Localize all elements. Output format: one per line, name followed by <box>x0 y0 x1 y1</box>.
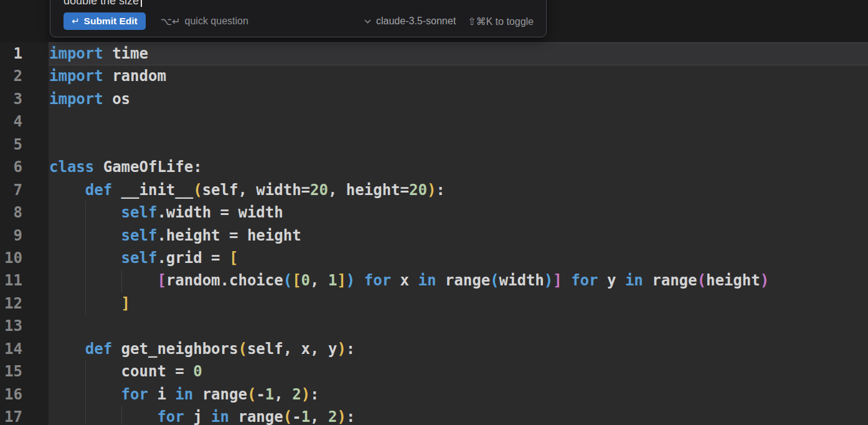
code-token: ( <box>247 386 256 403</box>
code-token <box>49 386 121 403</box>
line-number: 17 <box>0 406 49 425</box>
code-token: 2 <box>328 408 337 425</box>
line-number: 12 <box>0 292 49 315</box>
code-token: i <box>148 386 175 403</box>
code-token: ) <box>337 340 346 358</box>
code-token: [ <box>229 249 238 267</box>
code-token: ) <box>337 408 346 425</box>
edit-instruction-input[interactable]: double the size <box>64 0 142 7</box>
code-token: : <box>346 408 355 425</box>
code-line[interactable]: import random <box>49 65 868 87</box>
code-line[interactable]: def get_neighbors(self, x, y): <box>49 338 868 360</box>
code-line[interactable]: import os <box>49 88 868 110</box>
code-line[interactable]: import time <box>49 42 868 65</box>
line-number: 16 <box>0 383 49 406</box>
line-number: 1 <box>0 42 49 65</box>
code-token: - <box>292 408 301 425</box>
code-token: j <box>184 408 211 425</box>
code-token: , <box>274 386 292 403</box>
code-token: range <box>643 272 697 289</box>
code-token: count = <box>49 363 193 380</box>
code-token: import <box>49 90 103 108</box>
code-line[interactable]: for i in range(-1, 2): <box>49 383 868 406</box>
code-token: 0 <box>301 272 310 289</box>
code-token: 0 <box>193 363 202 380</box>
code-token: , <box>310 272 328 289</box>
line-number: 5 <box>0 133 49 156</box>
code-line[interactable] <box>49 133 868 156</box>
line-number: 7 <box>0 179 49 201</box>
code-line[interactable]: count = 0 <box>49 360 868 383</box>
submit-edit-label: Submit Edit <box>84 16 138 27</box>
code-token: in <box>625 272 643 289</box>
code-token: def <box>85 340 112 358</box>
edit-instruction-text: double the size <box>64 0 139 7</box>
line-number: 10 <box>0 247 49 269</box>
code-token: ) <box>301 386 310 403</box>
code-token: : <box>436 181 445 199</box>
code-token: self <box>121 204 158 221</box>
code-line[interactable]: for j in range(-1, 2): <box>49 406 868 425</box>
line-number: 11 <box>0 269 49 292</box>
code-token: ] <box>553 272 562 289</box>
code-token: ( <box>193 181 202 199</box>
code-token: ( <box>283 408 292 425</box>
code-line[interactable]: self.grid = [ <box>49 247 868 269</box>
code-token <box>49 227 121 244</box>
code-token: self, width= <box>202 181 310 199</box>
code-editor[interactable]: import timeimport randomimport osclass G… <box>49 42 868 425</box>
code-line[interactable]: [random.choice([0, 1]) for x in range(wi… <box>49 269 868 292</box>
model-selector[interactable]: claude-3.5-sonnet <box>364 16 456 27</box>
code-token: .height = height <box>157 227 301 244</box>
code-token: random <box>103 67 166 85</box>
code-token: import <box>49 67 103 85</box>
line-number: 8 <box>0 201 49 224</box>
code-token: 2 <box>292 386 301 403</box>
line-numbers: 1234567891011121314151617 <box>0 42 49 425</box>
submit-edit-button[interactable]: ↵ Submit Edit <box>64 12 146 30</box>
code-token: ) <box>427 181 436 199</box>
code-token <box>49 408 157 425</box>
code-token: in <box>175 386 193 403</box>
code-token: GameOfLife: <box>94 158 202 176</box>
line-number: 4 <box>0 110 49 133</box>
code-token: ( <box>238 340 247 358</box>
line-number: 15 <box>0 360 49 383</box>
code-token: ) <box>544 272 553 289</box>
code-token <box>49 204 121 221</box>
code-token: 20 <box>409 181 427 199</box>
code-token: 1 <box>265 386 274 403</box>
line-number: 3 <box>0 88 49 110</box>
code-line[interactable]: def __init__(self, width=20, height=20): <box>49 179 868 201</box>
code-token: ) <box>346 272 355 289</box>
code-line[interactable] <box>49 110 868 133</box>
code-token: : <box>346 340 355 358</box>
toggle-shortcut-hint: ⇧⌘K to toggle <box>468 16 534 27</box>
code-token: height <box>706 272 760 289</box>
code-token: range <box>436 272 490 289</box>
line-number: 9 <box>0 224 49 247</box>
code-token <box>355 272 364 289</box>
code-token: ] <box>121 295 130 312</box>
code-token <box>49 249 121 267</box>
code-token: for <box>121 386 148 403</box>
code-token <box>49 340 85 358</box>
code-line[interactable] <box>49 315 868 337</box>
inline-edit-popup: double the size ↵ Submit Edit ⌥↵ quick q… <box>50 0 547 37</box>
code-token: .width = width <box>157 204 283 221</box>
code-token: ( <box>283 272 292 289</box>
code-token: , height= <box>328 181 409 199</box>
quick-question-button[interactable]: ⌥↵ quick question <box>161 16 248 27</box>
code-line[interactable]: ] <box>49 292 868 315</box>
code-token: [ <box>292 272 301 289</box>
code-token: : <box>310 386 319 403</box>
code-token: in <box>211 408 229 425</box>
code-line[interactable]: self.height = height <box>49 224 868 247</box>
return-key-icon: ↵ <box>72 16 80 27</box>
code-token: def <box>85 181 112 199</box>
code-line[interactable]: class GameOfLife: <box>49 156 868 178</box>
quick-question-label: quick question <box>185 16 248 27</box>
code-token: for <box>364 272 391 289</box>
code-token: os <box>103 90 130 108</box>
code-line[interactable]: self.width = width <box>49 201 868 224</box>
